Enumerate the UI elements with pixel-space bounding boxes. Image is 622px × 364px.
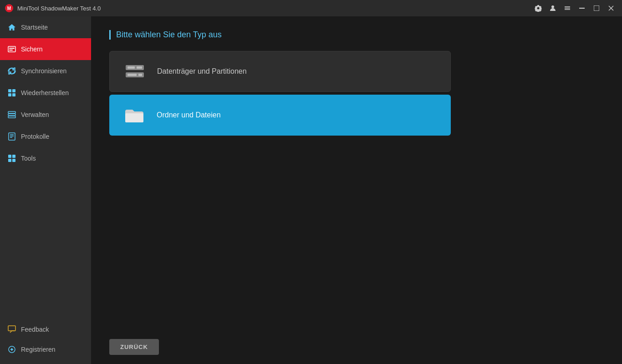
svg-rect-12 [9,48,15,49]
backup-icon [7,45,16,54]
sidebar-item-startseite[interactable]: Startseite [0,16,91,38]
window-controls [532,3,617,14]
feedback-icon [7,325,16,334]
startseite-label: Startseite [21,24,48,31]
svg-point-2 [537,7,540,10]
svg-text:M: M [7,6,11,11]
svg-rect-20 [8,116,15,118]
svg-rect-19 [8,114,15,116]
svg-rect-7 [579,8,585,9]
feedback-label: Feedback [21,326,49,333]
folder-icon [123,104,146,126]
options-container: Datenträger und Partitionen Ordner und D… [109,51,451,136]
protokolle-label: Protokolle [21,133,49,140]
disk-partition-icon [123,60,146,83]
sidebar-item-protokolle[interactable]: Protokolle [0,126,91,147]
svg-rect-6 [565,9,570,10]
svg-rect-15 [12,89,15,92]
sidebar-item-registrieren[interactable]: Registrieren [0,339,91,359]
maximize-btn[interactable] [590,3,603,14]
svg-rect-28 [12,159,15,162]
restore-icon [7,88,16,97]
svg-rect-16 [8,93,11,96]
svg-rect-14 [8,89,11,92]
svg-rect-26 [12,155,15,158]
verwalten-label: Verwalten [21,111,49,118]
option-card-ordner[interactable]: Ordner und Dateien [109,95,451,136]
datentraeger-label: Datenträger und Partitionen [157,67,247,76]
bottom-bar: ZURÜCK [109,339,159,355]
back-button[interactable]: ZURÜCK [109,339,159,355]
tools-icon [7,154,16,163]
sidebar-item-wiederherstellen[interactable]: Wiederherstellen [0,82,91,104]
menu-btn[interactable] [561,3,574,14]
svg-rect-27 [8,159,11,162]
app-body: Startseite Sichern [0,16,622,364]
svg-rect-25 [8,155,11,158]
ordner-label: Ordner und Dateien [157,111,221,119]
sidebar-nav: Startseite Sichern [0,16,91,319]
settings-btn[interactable] [532,3,545,14]
svg-rect-37 [125,113,143,122]
svg-rect-13 [9,50,13,51]
sidebar-item-sichern[interactable]: Sichern [0,38,91,60]
page-title: Bitte wählen Sie den Typ aus [109,30,604,40]
log-icon [7,132,16,141]
title-bar: M MiniTool ShadowMaker Test 4.0 [0,0,622,16]
svg-rect-5 [565,8,570,9]
home-icon [7,23,16,32]
svg-point-3 [551,5,554,8]
svg-rect-33 [137,66,142,69]
sidebar-bottom: Feedback Registrieren [0,319,91,364]
svg-rect-36 [138,74,142,76]
svg-rect-18 [8,111,15,113]
sidebar-item-synchronisieren[interactable]: Synchronisieren [0,60,91,82]
sichern-label: Sichern [21,46,42,53]
sidebar: Startseite Sichern [0,16,91,364]
synchronisieren-label: Synchronisieren [21,67,66,75]
manage-icon [7,110,16,119]
register-icon [7,345,16,354]
svg-rect-4 [565,6,570,7]
sidebar-item-tools[interactable]: Tools [0,147,91,169]
svg-rect-35 [127,74,137,76]
svg-rect-8 [594,5,599,11]
sync-icon [7,66,16,76]
sidebar-item-verwalten[interactable]: Verwalten [0,104,91,126]
svg-rect-17 [12,93,15,96]
svg-rect-21 [9,133,15,140]
user-btn[interactable] [546,3,559,14]
registrieren-label: Registrieren [21,346,55,353]
svg-rect-32 [127,66,135,69]
svg-rect-11 [8,46,15,52]
sidebar-item-feedback[interactable]: Feedback [0,319,91,339]
wiederherstellen-label: Wiederherstellen [21,89,69,96]
close-btn[interactable] [605,3,617,14]
tools-label: Tools [21,155,36,162]
app-logo: M [5,4,14,13]
option-card-datentraeger[interactable]: Datenträger und Partitionen [109,51,451,92]
app-title: MiniTool ShadowMaker Test 4.0 [17,5,532,12]
minimize-btn[interactable] [576,3,588,14]
content-area: Bitte wählen Sie den Typ aus Datenträger… [91,16,622,364]
svg-rect-29 [8,326,15,331]
